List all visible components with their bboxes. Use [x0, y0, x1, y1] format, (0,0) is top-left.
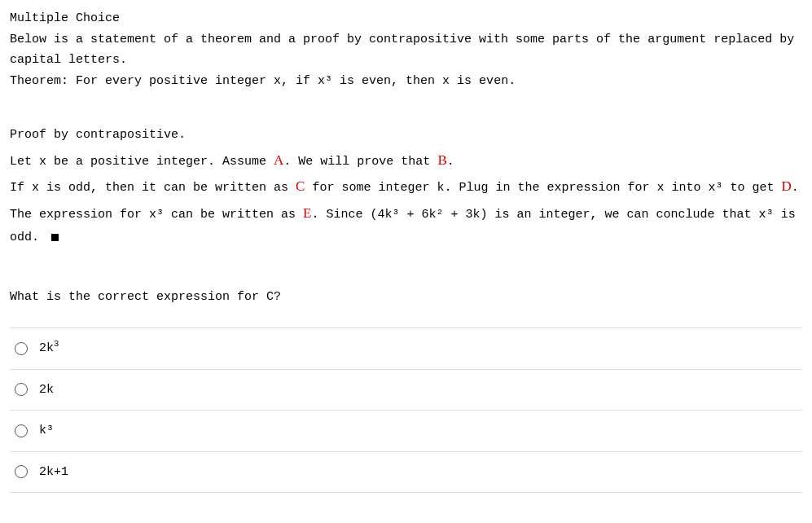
option-3[interactable]: k — [10, 410, 802, 451]
theorem-statement: Theorem: For every positive integer x, i… — [10, 71, 802, 92]
superscript-3 — [393, 208, 400, 222]
option-label: k — [39, 420, 54, 442]
proof-line-3: If x is odd, then it can be written as C… — [10, 174, 802, 250]
option-label: 2k3 — [39, 338, 59, 359]
question-type-label: Multiple Choice — [10, 8, 802, 29]
options-group: 2k3 2k k 2k+1 — [10, 327, 802, 493]
proof-title: Proof by contrapositive. — [10, 124, 802, 147]
radio-icon — [15, 383, 28, 396]
superscript-3 — [156, 208, 164, 222]
question-header: Multiple Choice Below is a statement of … — [10, 8, 802, 91]
superscript-3 — [325, 74, 332, 88]
placeholder-B: B — [437, 152, 446, 168]
superscript-2 — [437, 208, 444, 222]
superscript-3 — [716, 181, 723, 195]
placeholder-E: E — [303, 205, 311, 221]
option-2[interactable]: 2k — [10, 369, 802, 411]
superscript-3 — [766, 208, 774, 222]
option-label: 2k — [39, 380, 54, 401]
option-label: 2k+1 — [39, 462, 68, 483]
placeholder-A: A — [274, 152, 283, 168]
option-4[interactable]: 2k+1 — [10, 451, 802, 493]
radio-icon — [15, 465, 28, 478]
radio-icon — [15, 424, 28, 437]
proof-line-2: Let x be a positive integer. Assume A. W… — [10, 147, 802, 174]
question-prompt: What is the correct expression for C? — [10, 287, 802, 308]
qed-icon — [51, 234, 59, 241]
placeholder-D: D — [782, 178, 792, 194]
proof-section: Proof by contrapositive. Let x be a posi… — [10, 124, 802, 250]
option-1[interactable]: 2k3 — [10, 327, 802, 369]
placeholder-C: C — [296, 178, 305, 194]
radio-icon — [15, 342, 28, 355]
question-intro: Below is a statement of a theorem and a … — [10, 29, 802, 71]
